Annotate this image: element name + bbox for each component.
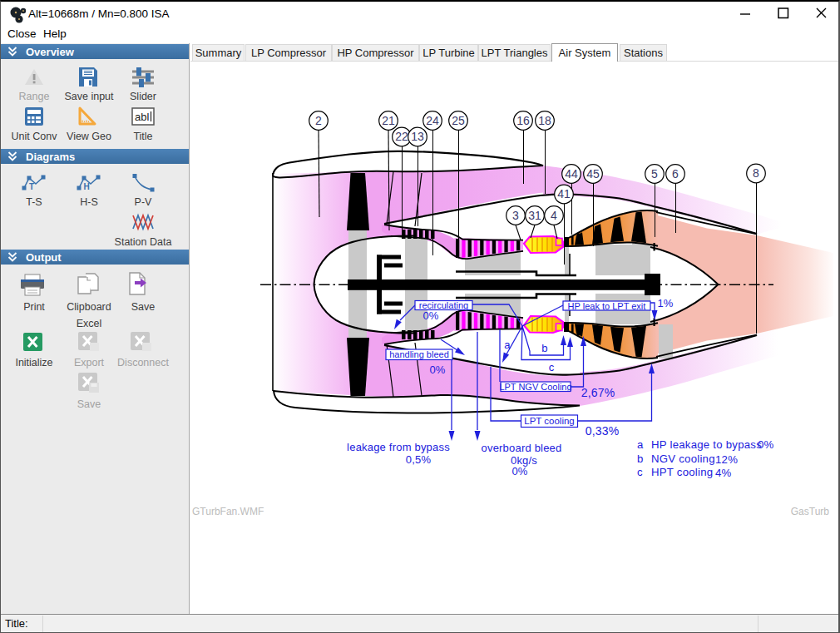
- svg-text:abl: abl: [135, 111, 149, 123]
- svg-text:T: T: [29, 182, 34, 191]
- svg-text:H: H: [84, 182, 90, 191]
